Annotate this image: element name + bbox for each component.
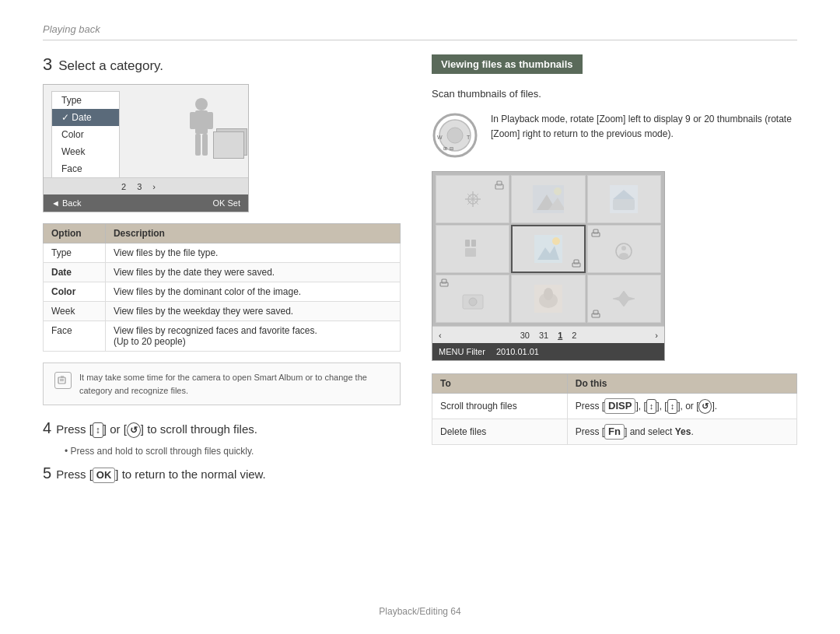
svg-rect-34: [465, 248, 476, 257]
scroll-icon2: ↺: [127, 422, 141, 438]
header-title: Playing back: [43, 23, 100, 35]
col-option: Option: [44, 224, 106, 243]
page-nav-bar: 2 3 ›: [44, 177, 248, 194]
step4-sub: Press and hold to scroll through files q…: [65, 446, 401, 457]
desc-face: View files by recognized faces and favor…: [105, 321, 400, 352]
thumb-cell: [436, 175, 509, 223]
back-label: ◄ Back: [51, 198, 81, 208]
right-column: Viewing files as thumbnails Scan thumbna…: [432, 54, 797, 491]
step3-num: 3: [43, 54, 52, 75]
col-description: Description: [105, 224, 400, 243]
to-scroll: Scroll through files: [432, 394, 568, 419]
thumbnail-grid: [432, 172, 664, 326]
page-2: 2: [572, 331, 576, 340]
footer-text: Playback/Editing 64: [379, 606, 460, 617]
back-ok-bar: ◄ Back OK Set: [44, 194, 248, 212]
do-table: To Do this Scroll through files Press [D…: [432, 373, 797, 445]
thumbnail-grid-container: ‹ 30 31 1 2 › MENU Filter 2010.01.01: [432, 171, 665, 361]
svg-rect-4: [195, 134, 201, 156]
svg-text:W: W: [437, 135, 443, 140]
step5-row: 5 Press [OK] to return to the normal vie…: [43, 464, 401, 483]
ok-set-label: OK Set: [213, 198, 240, 208]
scan-text: Scan thumbnails of files.: [432, 88, 797, 100]
left-column: 3 Select a category. Type ✓ Date Color W…: [43, 54, 401, 491]
svg-rect-3: [207, 112, 213, 129]
menu-item-type: Type: [52, 92, 119, 109]
table-row: Type View files by the file type.: [44, 243, 401, 263]
footer: Playback/Editing 64: [0, 606, 840, 617]
svg-rect-32: [465, 240, 470, 247]
svg-marker-54: [613, 291, 635, 306]
page-1: 1: [558, 331, 562, 340]
note-text: It may take some time for the camera to …: [79, 371, 389, 397]
option-face: Face: [44, 321, 106, 352]
page-31: 31: [539, 331, 548, 340]
svg-point-13: [447, 128, 463, 143]
rotate-kbd: ↺: [698, 399, 712, 414]
scroll-icon1: ↕: [93, 422, 103, 438]
svg-point-37: [552, 237, 560, 245]
svg-rect-2: [190, 112, 196, 129]
table-row: Scroll through files Press [DISP], [↕], …: [432, 394, 797, 419]
thumb-date-bar: MENU Filter 2010.01.01: [432, 343, 664, 360]
desc-color: View files by the dominant color of the …: [105, 282, 400, 302]
option-type: Type: [44, 243, 106, 263]
thumb-cell: [436, 275, 509, 323]
photo-stack: [213, 131, 244, 159]
to-delete: Delete files: [432, 419, 568, 445]
page-num-3: 3: [137, 182, 142, 191]
thumb-cell: [587, 275, 661, 323]
options-table: Option Description Type View files by th…: [43, 223, 401, 352]
do-delete: Press [Fn] and select Yes.: [567, 419, 796, 445]
svg-rect-5: [202, 134, 208, 156]
menu-item-color: Color: [52, 126, 119, 143]
step4-text: Press [↕] or [↺] to scroll through files…: [56, 422, 257, 438]
table-row: Date View files by the date they were sa…: [44, 263, 401, 282]
zoom-section: W T ⊞ ⊟ In Playback mode, rotate [Zoom] …: [432, 112, 797, 159]
thumb-cell: [511, 275, 585, 323]
menu-item-date: ✓ Date: [52, 109, 119, 126]
table-row: Delete files Press [Fn] and select Yes.: [432, 419, 797, 445]
step3-heading: 3 Select a category.: [43, 54, 401, 75]
thumb-nav-right: ›: [655, 331, 658, 340]
page-container: Playing back 3 Select a category. Type ✓…: [0, 0, 840, 634]
category-screenshot: Type ✓ Date Color Week Face: [43, 84, 249, 212]
step3-label: Select a category.: [58, 58, 163, 74]
svg-rect-33: [471, 240, 476, 247]
svg-point-43: [621, 246, 626, 250]
steps-section: 4 Press [↕] or [↺] to scroll through fil…: [43, 419, 401, 483]
menu-filter-label: MENU Filter: [439, 347, 485, 356]
svg-text:⊞: ⊞: [443, 146, 447, 151]
category-menu: Type ✓ Date Color Week Face: [51, 91, 120, 178]
desc-type: View files by the file type.: [105, 243, 400, 263]
step5-num: 5: [43, 464, 51, 482]
svg-point-28: [554, 187, 562, 195]
menu-item-week: Week: [52, 143, 119, 160]
table-row: Week View files by the weekday they were…: [44, 302, 401, 321]
thumb-cell: [587, 225, 661, 273]
col-do-this: Do this: [567, 374, 796, 394]
arrow-kbd1: ↕: [646, 399, 657, 414]
menu-item-face: Face: [52, 160, 119, 177]
svg-point-0: [195, 98, 208, 110]
thumb-cell: [436, 225, 509, 273]
table-row: Color View files by the dominant color o…: [44, 282, 401, 302]
ok-kbd: OK: [93, 468, 116, 483]
silhouette-figure: [186, 96, 217, 161]
svg-point-48: [469, 298, 477, 306]
thumb-cell-selected: [511, 225, 585, 273]
yes-text: Yes: [675, 426, 691, 437]
fn-kbd: Fn: [604, 424, 625, 440]
do-scroll: Press [DISP], [↕], [↕], or [↺].: [567, 394, 796, 419]
svg-text:T: T: [467, 135, 471, 140]
zoom-description: In Playback mode, rotate [Zoom] left to …: [491, 112, 797, 142]
desc-week: View files by the weekday they were save…: [105, 302, 400, 321]
step5-text: Press [OK] to return to the normal view.: [56, 468, 266, 483]
thumb-nav-left: ‹: [439, 331, 442, 340]
nav-arrow: ›: [152, 182, 156, 191]
note-icon: [54, 372, 72, 389]
svg-point-44: [619, 253, 628, 259]
zoom-icon: W T ⊞ ⊟: [432, 112, 478, 159]
arrow-kbd2: ↕: [667, 399, 678, 414]
section-heading: Viewing files as thumbnails: [432, 54, 583, 74]
